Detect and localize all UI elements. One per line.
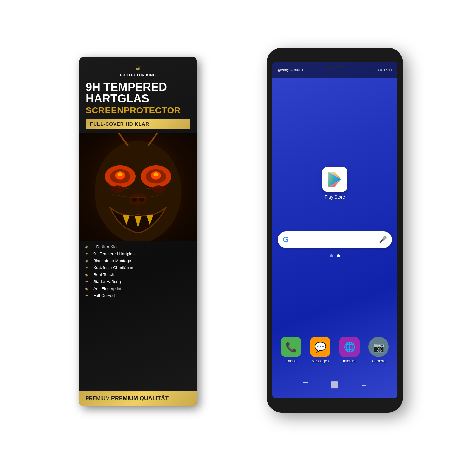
feature-text-5: Real-Touch xyxy=(93,272,114,277)
phone-nav-bar: ☰ ⬜ ← xyxy=(303,381,367,389)
brand-logo: ♛ PROTECTOR KING xyxy=(120,64,156,77)
feature-real-touch: ◈ Real-Touch xyxy=(85,272,191,277)
dot-1 xyxy=(330,254,333,257)
camera-app-icon[interactable]: 📷 xyxy=(368,337,389,357)
phone-screen-content: Play Store G 🎤 📞 Phone xyxy=(272,78,397,398)
feature-blasenfrei: ◈ Blasenfreie Montage xyxy=(85,258,191,263)
box-features: ◈ HD Ultra-Klar ✦ 9H Tempered Hartglas ◈… xyxy=(79,241,197,391)
phone-screen: @VenyaGeskin1 47% 16:41 xyxy=(272,62,397,398)
nav-back-button[interactable]: ← xyxy=(361,381,367,389)
phone: @VenyaGeskin1 47% 16:41 xyxy=(267,48,403,413)
premium-text: PREMIUM PREMIUM QUALITÄT xyxy=(86,396,169,401)
play-store-area: Play Store xyxy=(322,167,347,200)
play-store-svg xyxy=(327,171,343,187)
phone-cameras xyxy=(328,66,341,69)
play-store-label: Play Store xyxy=(325,195,345,200)
messages-app-icon[interactable]: 💬 xyxy=(310,337,330,357)
feature-icon-1: ◈ xyxy=(85,244,91,249)
feature-icon-3: ◈ xyxy=(85,258,91,263)
feature-text-4: Kratzfeste Oberfläche xyxy=(93,265,133,270)
feature-icon-7: ◈ xyxy=(85,286,91,291)
camera-left xyxy=(328,66,332,69)
svg-point-9 xyxy=(153,172,158,176)
camera-right xyxy=(338,66,341,69)
internet-app-label: Internet xyxy=(343,359,356,363)
internet-app-wrap: 🌐 Internet xyxy=(339,337,360,363)
status-username: @VenyaGeskin1 xyxy=(277,68,303,72)
phone-app-label: Phone xyxy=(286,359,297,363)
svg-point-18 xyxy=(132,197,137,202)
svg-point-19 xyxy=(139,197,144,202)
google-logo: G xyxy=(283,235,289,244)
monster-illustration xyxy=(79,133,197,241)
internet-app-icon[interactable]: 🌐 xyxy=(339,337,360,357)
feature-text-7: Anti Fingerprint xyxy=(93,286,121,291)
feature-icon-2: ✦ xyxy=(85,251,91,256)
nav-recents-button[interactable]: ⬜ xyxy=(331,381,339,389)
camera-app-label: Camera xyxy=(372,359,386,363)
nav-home-button[interactable]: ☰ xyxy=(303,381,308,389)
feature-icon-8: ✦ xyxy=(85,293,91,298)
product-title-line2: HARTGLAS xyxy=(86,93,190,104)
product-scene: PROTECTOR KING ♛ PROTECTOR KING 9H TEMPE… xyxy=(63,32,413,444)
product-title-line3: SCREENPROTECTOR xyxy=(86,106,190,116)
feature-icon-6: ✦ xyxy=(85,279,91,284)
feature-fingerprint: ◈ Anti Fingerprint xyxy=(85,286,191,291)
messages-app-label: Messages xyxy=(312,359,329,363)
bottom-apps-dock: 📞 Phone 💬 Messages 🌐 Internet 📷 Camera xyxy=(281,337,389,363)
feature-full-curved: ✦ Full-Curved xyxy=(85,293,191,298)
gold-badge: FULL-COVER HD KLAR xyxy=(86,119,190,129)
dot-2 xyxy=(337,254,340,257)
svg-point-17 xyxy=(129,193,147,206)
play-store-icon[interactable] xyxy=(322,167,347,192)
feature-text-6: Starke Haftung xyxy=(93,279,121,284)
crown-icon: ♛ xyxy=(135,64,141,72)
status-battery-time: 47% 16:41 xyxy=(375,68,392,72)
camera-app-wrap: 📷 Camera xyxy=(368,337,389,363)
microphone-icon[interactable]: 🎤 xyxy=(379,236,387,243)
feature-9h: ✦ 9H Tempered Hartglas xyxy=(85,251,191,256)
feature-haftung: ✦ Starke Haftung xyxy=(85,279,191,284)
page-indicator xyxy=(330,254,340,257)
phone-status-bar: @VenyaGeskin1 47% 16:41 xyxy=(272,62,397,78)
box-product-image xyxy=(79,133,197,241)
feature-hd-ultra-klar: ◈ HD Ultra-Klar xyxy=(85,244,191,249)
box-top-section: ♛ PROTECTOR KING 9H TEMPERED HARTGLAS SC… xyxy=(79,57,197,133)
feature-kratzfest: ✦ Kratzfeste Oberfläche xyxy=(85,265,191,270)
feature-icon-4: ✦ xyxy=(85,265,91,270)
product-title-line1: 9H TEMPERED xyxy=(86,82,190,93)
feature-text-2: 9H Tempered Hartglas xyxy=(93,251,135,256)
feature-text-8: Full-Curved xyxy=(93,293,115,298)
phone-app-icon[interactable]: 📞 xyxy=(281,337,301,357)
phone-app-wrap: 📞 Phone xyxy=(281,337,301,363)
svg-point-8 xyxy=(118,172,123,176)
feature-text-1: HD Ultra-Klar xyxy=(93,244,118,249)
feature-icon-5: ◈ xyxy=(85,272,91,277)
google-search-bar[interactable]: G 🎤 xyxy=(278,231,392,248)
product-box: PROTECTOR KING ♛ PROTECTOR KING 9H TEMPE… xyxy=(79,57,197,406)
feature-text-3: Blasenfreie Montage xyxy=(93,258,131,263)
box-bottom: PREMIUM PREMIUM QUALITÄT xyxy=(79,391,197,406)
gold-badge-text: FULL-COVER HD KLAR xyxy=(90,121,149,127)
brand-name: PROTECTOR KING xyxy=(120,73,156,77)
messages-app-wrap: 💬 Messages xyxy=(310,337,330,363)
